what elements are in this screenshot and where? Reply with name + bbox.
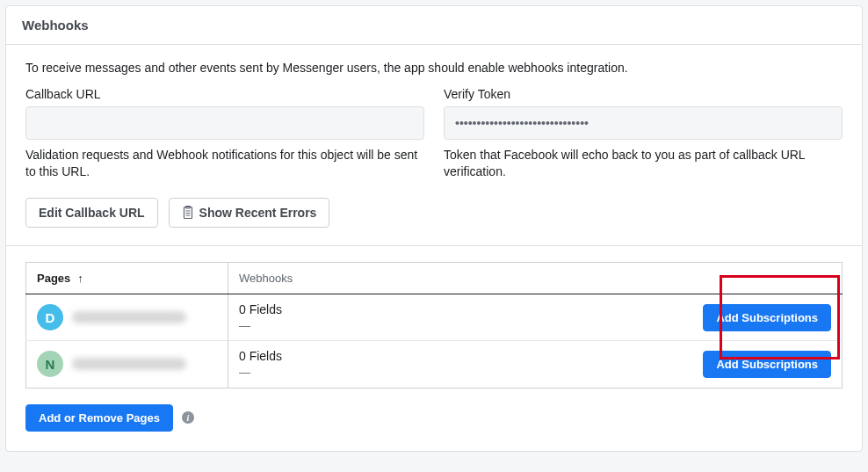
- pages-footer-actions: Add or Remove Pages i: [25, 404, 843, 432]
- table-row: D 0 Fields — Add Subscription: [26, 294, 843, 340]
- clipboard-icon: [182, 206, 194, 220]
- webhooks-fields-row: Callback URL Validation requests and Web…: [25, 87, 843, 180]
- show-recent-errors-button[interactable]: Show Recent Errors: [169, 198, 330, 228]
- avatar: D: [37, 304, 63, 330]
- add-subscriptions-label: Add Subscriptions: [716, 358, 818, 371]
- verify-token-column: Verify Token •••••••••••••••••••••••••••…: [444, 87, 843, 180]
- verify-token-help: Token that Facebook will echo back to yo…: [444, 147, 843, 180]
- webhooks-field-info: 0 Fields —: [239, 301, 282, 333]
- pages-column-label: Pages: [37, 272, 70, 285]
- callback-url-help: Validation requests and Webhook notifica…: [25, 147, 424, 180]
- add-subscriptions-button[interactable]: Add Subscriptions: [703, 304, 831, 331]
- add-or-remove-pages-label: Add or Remove Pages: [39, 411, 160, 425]
- avatar-letter: D: [46, 310, 55, 325]
- webhooks-description: To receive messages and other events sen…: [25, 61, 843, 75]
- add-or-remove-pages-button[interactable]: Add or Remove Pages: [25, 404, 173, 432]
- verify-token-label: Verify Token: [444, 87, 843, 101]
- avatar-letter: N: [46, 357, 55, 372]
- sort-ascending-icon: ↑: [77, 272, 83, 285]
- page-cell[interactable]: D: [37, 304, 217, 330]
- page-name-redacted: [72, 358, 186, 370]
- table-row: N 0 Fields — Add Subscription: [26, 341, 843, 388]
- add-subscriptions-button[interactable]: Add Subscriptions: [703, 351, 831, 378]
- add-subscriptions-label: Add Subscriptions: [716, 311, 818, 324]
- webhooks-field-info: 0 Fields —: [239, 348, 282, 380]
- verify-token-input[interactable]: •••••••••••••••••••••••••••••••: [444, 106, 843, 140]
- fields-count: 0 Fields: [239, 301, 282, 318]
- callback-url-column: Callback URL Validation requests and Web…: [25, 87, 424, 180]
- webhooks-column-header: Webhooks: [228, 262, 843, 294]
- callback-url-label: Callback URL: [25, 87, 424, 101]
- webhooks-card: Webhooks To receive messages and other e…: [5, 5, 863, 452]
- pages-table: Pages ↑ Webhooks D: [25, 262, 843, 388]
- info-icon[interactable]: i: [182, 411, 194, 424]
- webhooks-config-section: To receive messages and other events sen…: [6, 45, 862, 246]
- edit-callback-url-label: Edit Callback URL: [39, 206, 145, 220]
- fields-sub: —: [239, 365, 282, 381]
- webhooks-column-label: Webhooks: [239, 272, 293, 285]
- fields-sub: —: [239, 318, 282, 334]
- card-title: Webhooks: [22, 18, 846, 33]
- fields-count: 0 Fields: [239, 348, 282, 365]
- webhooks-buttons-row: Edit Callback URL Show Recent Errors: [25, 198, 843, 228]
- avatar: N: [37, 351, 63, 377]
- callback-url-input[interactable]: [25, 106, 424, 140]
- pages-column-header[interactable]: Pages ↑: [26, 262, 228, 294]
- page-cell[interactable]: N: [37, 351, 217, 377]
- edit-callback-url-button[interactable]: Edit Callback URL: [25, 198, 158, 228]
- pages-section: Pages ↑ Webhooks D: [6, 246, 862, 451]
- show-recent-errors-label: Show Recent Errors: [199, 206, 317, 220]
- page-name-redacted: [72, 311, 186, 323]
- verify-token-value: •••••••••••••••••••••••••••••••: [455, 116, 589, 130]
- card-header: Webhooks: [6, 6, 862, 45]
